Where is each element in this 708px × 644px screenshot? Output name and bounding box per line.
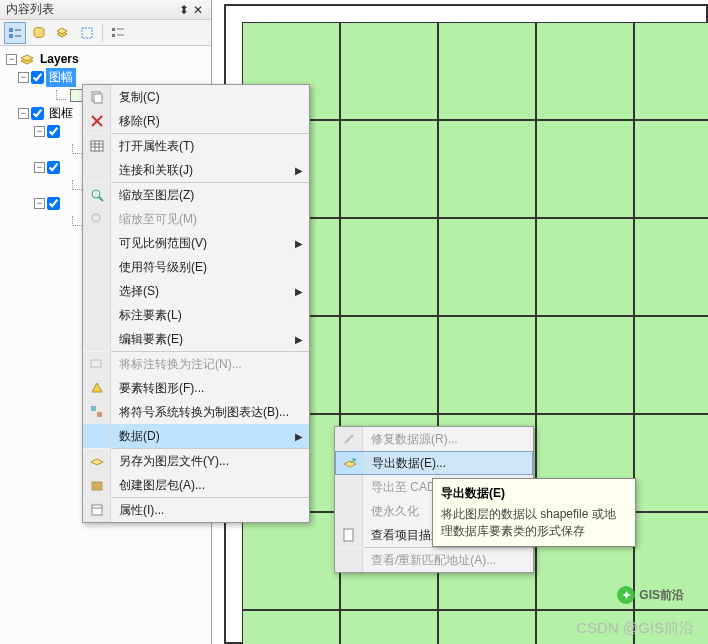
svg-rect-7	[112, 34, 115, 37]
tooltip-title: 导出数据(E)	[441, 485, 627, 502]
toc-title: 内容列表	[6, 1, 177, 18]
toolbar-separator	[102, 24, 103, 42]
grid-cell	[634, 22, 708, 120]
doc-icon	[341, 527, 357, 543]
menu-visible-scale-range[interactable]: 可见比例范围(V)▶	[83, 231, 309, 255]
expander-icon[interactable]: −	[34, 162, 45, 173]
grid-cell	[340, 218, 438, 316]
grid-cell	[438, 22, 536, 120]
submenu-repair-data-source: 修复数据源(R)...	[335, 427, 533, 451]
table-icon	[89, 138, 105, 154]
grid-cell	[536, 218, 634, 316]
label-icon	[89, 356, 105, 372]
menu-convert-labels-annotation: 将标注转换为注记(N)...	[83, 352, 309, 376]
menu-label-features[interactable]: 标注要素(L)	[83, 303, 309, 327]
menu-join-relate[interactable]: 连接和关联(J)▶	[83, 158, 309, 182]
repair-icon	[341, 431, 357, 447]
menu-copy[interactable]: 复制(C)	[83, 85, 309, 109]
tree-layer-2-label[interactable]: 图框	[46, 104, 76, 123]
menu-save-as-layer-file[interactable]: 另存为图层文件(Y)...	[83, 449, 309, 473]
layer-visibility-checkbox[interactable]	[31, 71, 44, 84]
menu-use-symbol-levels[interactable]: 使用符号级别(E)	[83, 255, 309, 279]
grid-cell	[340, 316, 438, 414]
expander-icon[interactable]: −	[34, 198, 45, 209]
menu-zoom-to-visible: 缩放至可见(M)	[83, 207, 309, 231]
representation-icon	[89, 404, 105, 420]
expander-icon[interactable]: −	[18, 72, 29, 83]
menu-create-layer-package[interactable]: 创建图层包(A)...	[83, 473, 309, 497]
remove-icon	[89, 113, 105, 129]
toc-toolbar	[0, 20, 211, 46]
grid-cell	[242, 512, 340, 610]
menu-convert-symbology-representation[interactable]: 将符号系统转换为制图表达(B)...	[83, 400, 309, 424]
svg-point-21	[92, 214, 100, 222]
tree-connector	[72, 144, 82, 154]
grid-cell	[340, 610, 438, 644]
svg-rect-25	[97, 412, 102, 417]
expander-icon[interactable]: −	[34, 126, 45, 137]
menu-properties[interactable]: 属性(I)...	[83, 498, 309, 522]
tree-connector	[72, 180, 82, 190]
layer-context-menu[interactable]: 复制(C) 移除(R) 打开属性表(T) 连接和关联(J)▶ 缩放至图层(Z) …	[82, 84, 310, 523]
pin-icon[interactable]: ⬍	[177, 3, 191, 17]
list-by-visibility-button[interactable]	[52, 22, 74, 44]
svg-point-19	[92, 190, 100, 198]
tree-root-label[interactable]: Layers	[37, 51, 82, 67]
grid-cell	[340, 22, 438, 120]
grid-cell	[438, 316, 536, 414]
layer-visibility-checkbox[interactable]	[47, 161, 60, 174]
expander-icon[interactable]: −	[6, 54, 17, 65]
grid-cell	[634, 218, 708, 316]
svg-rect-24	[91, 406, 96, 411]
list-by-drawing-order-button[interactable]	[4, 22, 26, 44]
menu-convert-features-graphics[interactable]: 要素转图形(F)...	[83, 376, 309, 400]
expander-icon[interactable]: −	[18, 108, 29, 119]
options-button[interactable]	[107, 22, 129, 44]
menu-selection[interactable]: 选择(S)▶	[83, 279, 309, 303]
layer-visibility-checkbox[interactable]	[47, 197, 60, 210]
grid-cell	[242, 610, 340, 644]
export-icon	[342, 455, 358, 471]
layer-visibility-checkbox[interactable]	[31, 107, 44, 120]
svg-rect-11	[94, 94, 102, 103]
grid-cell	[536, 120, 634, 218]
menu-zoom-to-layer[interactable]: 缩放至图层(Z)	[83, 183, 309, 207]
tree-connector	[72, 216, 82, 226]
menu-data[interactable]: 数据(D)▶	[83, 424, 309, 448]
tree-connector	[56, 90, 66, 100]
submenu-export-data[interactable]: 导出数据(E)...	[335, 451, 533, 475]
wechat-watermark: ✦ GIS前沿	[617, 586, 684, 604]
toc-header: 内容列表 ⬍ ✕	[0, 0, 211, 20]
wechat-icon: ✦	[617, 586, 635, 604]
grid-cell	[438, 218, 536, 316]
close-icon[interactable]: ✕	[191, 3, 205, 17]
grid-cell	[536, 316, 634, 414]
grid-cell	[536, 22, 634, 120]
layer-visibility-checkbox[interactable]	[47, 125, 60, 138]
svg-rect-30	[344, 529, 353, 541]
list-by-source-button[interactable]	[28, 22, 50, 44]
properties-icon	[89, 502, 105, 518]
svg-rect-6	[112, 28, 115, 31]
tree-root-layers[interactable]: − Layers	[4, 50, 211, 68]
layers-icon	[19, 51, 35, 67]
grid-cell	[438, 610, 536, 644]
svg-rect-5	[82, 28, 92, 38]
grid-cell	[634, 414, 708, 512]
menu-edit-features[interactable]: 编辑要素(E)▶	[83, 327, 309, 351]
zoom-layer-icon	[89, 187, 105, 203]
tooltip: 导出数据(E) 将此图层的数据以 shapefile 或地理数据库要素类的形式保…	[432, 478, 636, 547]
menu-remove[interactable]: 移除(R)	[83, 109, 309, 133]
grid-cell	[340, 120, 438, 218]
grid-cell	[634, 316, 708, 414]
submenu-review-rematch-addresses: 查看/重新匹配地址(A)...	[335, 548, 533, 572]
tooltip-body: 将此图层的数据以 shapefile 或地理数据库要素类的形式保存	[441, 506, 627, 540]
package-icon	[89, 477, 105, 493]
grid-cell	[438, 120, 536, 218]
list-by-selection-button[interactable]	[76, 22, 98, 44]
menu-open-attribute-table[interactable]: 打开属性表(T)	[83, 134, 309, 158]
copy-icon	[89, 89, 105, 105]
svg-line-20	[99, 197, 103, 201]
svg-rect-0	[9, 28, 13, 32]
tree-layer-1-label[interactable]: 图幅	[46, 68, 76, 87]
